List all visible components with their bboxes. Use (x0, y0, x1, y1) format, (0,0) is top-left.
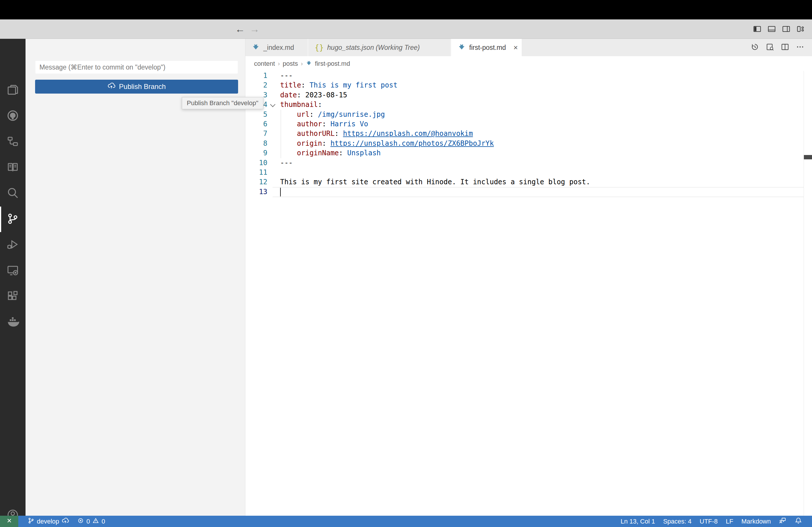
cloud-upload-icon (107, 82, 115, 92)
problems-status-item[interactable]: 0 0 (73, 516, 109, 527)
code-token: title (280, 81, 301, 89)
breadcrumb-item[interactable]: first-post.md (315, 60, 350, 67)
code-token (280, 130, 297, 138)
sidebar-item-search[interactable] (0, 181, 26, 206)
code-line[interactable]: 12This is my first site created with Hin… (245, 177, 812, 187)
code-line[interactable]: 4thumbnail: (245, 100, 812, 109)
overview-cursor-marker (804, 155, 812, 159)
eol-item[interactable]: LF (722, 516, 738, 527)
indentation-label: Spaces: 4 (663, 518, 692, 525)
toggle-primary-sidebar-icon[interactable] (753, 25, 762, 33)
branch-status-item[interactable]: develop (24, 516, 73, 527)
toggle-panel-icon[interactable] (767, 25, 776, 33)
current-line-border (273, 197, 804, 197)
macos-menu-bar (0, 0, 812, 19)
cursor-position-item[interactable]: Ln 13, Col 1 (617, 516, 659, 527)
cursor-position-label: Ln 13, Col 1 (621, 518, 655, 525)
customize-layout-icon[interactable] (796, 25, 805, 33)
code-line[interactable]: 3date: 2023-08-15 (245, 90, 812, 100)
error-icon (77, 517, 84, 526)
error-count: 0 (86, 518, 90, 525)
fold-chevron-icon[interactable] (270, 102, 275, 107)
sidebar-item-source-control[interactable] (0, 207, 26, 232)
tab-hugo-stats-json[interactable]: {} hugo_stats.json (Working Tree) (308, 39, 451, 56)
overview-ruler[interactable] (803, 71, 804, 516)
feedback-button[interactable] (775, 516, 791, 527)
line-number: 13 (245, 187, 267, 197)
breadcrumb: content › posts › first-post.md (245, 56, 812, 71)
code-line[interactable]: 8 origin: https://unsplash.com/photos/ZX… (245, 139, 812, 148)
github-icon (6, 109, 19, 123)
back-button[interactable]: ← (234, 19, 246, 39)
tab-label: hugo_stats.json (Working Tree) (327, 44, 420, 51)
sidebar-item-explorer[interactable] (0, 78, 26, 103)
chevron-right-icon: › (301, 60, 303, 67)
sidebar-item-github[interactable] (0, 103, 26, 129)
code-token: : (335, 130, 343, 138)
indent-guide (281, 110, 281, 158)
code-line[interactable]: 6 author: Harris Vo (245, 119, 812, 129)
code-line[interactable]: 5 url: /img/sunrise.jpg (245, 110, 812, 119)
tab-first-post-md[interactable]: first-post.md × (451, 39, 522, 56)
line-number: 6 (245, 119, 267, 129)
code-link[interactable]: https://unsplash.com/@hoanvokim (343, 130, 473, 138)
code-line[interactable]: 9 originName: Unsplash (245, 148, 812, 158)
code-line[interactable]: 7 authorURL: https://unsplash.com/@hoanv… (245, 129, 812, 138)
markdown-icon (458, 43, 466, 52)
code-line[interactable]: 13 (245, 187, 812, 197)
code-link[interactable]: https://unsplash.com/photos/ZX6BPboJrYk (330, 139, 494, 148)
sidebar-item-book[interactable] (0, 155, 26, 180)
publish-branch-button[interactable]: Publish Branch (35, 80, 238, 94)
notifications-button[interactable] (791, 516, 806, 527)
split-editor-icon[interactable] (781, 43, 789, 52)
search-icon (6, 186, 19, 200)
commit-message-input[interactable] (35, 61, 238, 74)
timeline-history-icon[interactable] (751, 43, 759, 52)
remote-explorer-icon (6, 264, 19, 278)
code-line[interactable]: 1--- (245, 71, 812, 80)
tab-bar: _index.md {} hugo_stats.json (Working Tr… (245, 39, 812, 56)
tab-index-md[interactable]: _index.md (245, 39, 308, 56)
forward-button[interactable]: → (249, 19, 260, 39)
eol-label: LF (726, 518, 734, 525)
files-icon (6, 84, 19, 97)
sidebar-item-extensions[interactable] (0, 284, 26, 310)
code-line[interactable]: 2title: This is my first post (245, 80, 812, 90)
open-preview-icon[interactable] (766, 43, 774, 52)
editor-group: _index.md {} hugo_stats.json (Working Tr… (245, 39, 812, 516)
indentation-item[interactable]: Spaces: 4 (659, 516, 696, 527)
encoding-item[interactable]: UTF-8 (696, 516, 722, 527)
code-token: url (297, 110, 309, 119)
toggle-secondary-sidebar-icon[interactable] (782, 25, 791, 33)
language-mode-item[interactable]: Markdown (738, 516, 775, 527)
source-control-icon (6, 212, 19, 226)
run-debug-icon (6, 238, 19, 252)
breadcrumb-item[interactable]: posts (283, 60, 298, 67)
code-token (280, 110, 297, 119)
breadcrumb-item[interactable]: content (254, 60, 275, 67)
line-number: 10 (245, 158, 267, 168)
code-line[interactable]: 11 (245, 168, 812, 177)
code-editor[interactable]: 1---2title: This is my first post3date: … (245, 71, 812, 516)
chevron-right-icon: › (278, 60, 280, 67)
code-token: : (301, 81, 309, 89)
remote-indicator[interactable] (0, 516, 18, 527)
hierarchy-icon (6, 135, 19, 149)
bell-icon (795, 517, 802, 526)
sidebar-item-hierarchy[interactable] (0, 129, 26, 155)
code-line[interactable]: 10--- (245, 158, 812, 168)
line-number: 1 (245, 71, 267, 80)
vscode-window: ← → hinode-demo (0, 0, 812, 527)
code-token: thumbnail (280, 101, 318, 109)
sidebar-item-docker[interactable] (0, 310, 26, 335)
code-token: : (322, 120, 331, 128)
code-token: This is my first post (309, 81, 397, 89)
code-token: : (318, 101, 322, 109)
sidebar-item-remote-explorer[interactable] (0, 258, 26, 284)
sidebar-item-run-debug[interactable] (0, 232, 26, 258)
close-tab-icon[interactable]: × (513, 44, 518, 51)
more-actions-icon[interactable] (796, 43, 804, 52)
markdown-icon (306, 60, 312, 68)
extensions-icon (6, 290, 19, 304)
code-token: 2023-08-15 (305, 91, 347, 99)
